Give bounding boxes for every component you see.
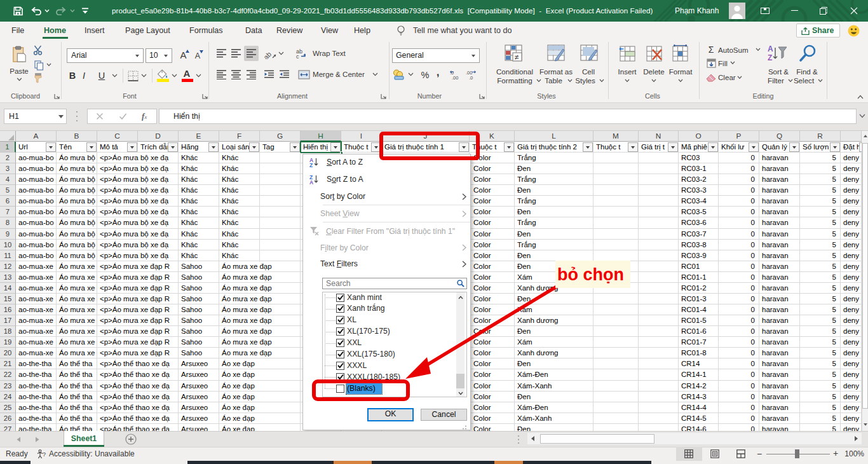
- svg-text:A: A: [768, 44, 773, 53]
- svg-text:.0: .0: [469, 75, 473, 80]
- svg-text:Z: Z: [309, 162, 313, 167]
- svg-text:c: c: [296, 53, 299, 58]
- svg-text:.00: .00: [452, 75, 458, 80]
- svg-text:A: A: [309, 179, 313, 184]
- svg-text:ab: ab: [264, 50, 273, 59]
- svg-text:Z: Z: [768, 53, 772, 62]
- svg-text:≠: ≠: [515, 53, 519, 62]
- svg-text:?: ?: [43, 451, 46, 458]
